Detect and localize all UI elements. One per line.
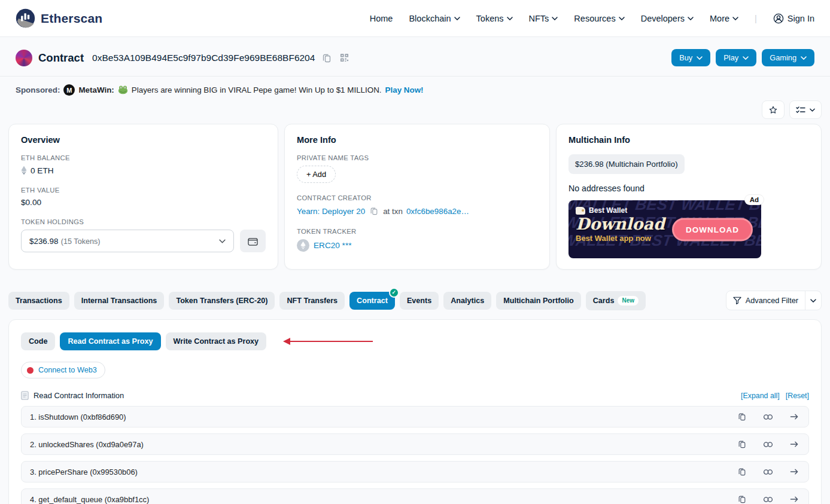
nav-item-home[interactable]: Home: [370, 14, 393, 23]
open-method-button[interactable]: [789, 494, 800, 504]
tab-internal-transactions[interactable]: Internal Transactions: [74, 292, 165, 310]
read-contract-section-header: Read Contract Information [Expand all] […: [21, 391, 809, 400]
watchlist-menu-button[interactable]: [789, 100, 822, 119]
nav-item-nfts[interactable]: NFTs: [529, 14, 558, 23]
qr-code-button[interactable]: [339, 52, 350, 63]
copy-icon: [322, 53, 332, 63]
header-actions: Buy Play Gaming: [671, 49, 814, 66]
new-badge: New: [618, 296, 639, 306]
tab-token-transfers[interactable]: Token Transfers (ERC-20): [169, 292, 275, 310]
nav-item-developers[interactable]: Developers: [641, 14, 694, 23]
connect-to-web3-button[interactable]: Connect to Web3: [21, 362, 105, 378]
permalink-button[interactable]: [762, 413, 774, 421]
creator-link[interactable]: Yearn: Deployer 20: [297, 207, 365, 216]
method-label: 3. pricePerShare (0x99530b06): [30, 468, 138, 476]
token-holdings-dropdown[interactable]: $236.98 (15 Tokens): [21, 230, 234, 252]
arrow-right-icon: [790, 441, 799, 448]
tab-multichain-portfolio[interactable]: Multichain Portfolio: [496, 292, 581, 310]
copy-method-button[interactable]: [737, 439, 747, 450]
verified-check-icon: ✓: [389, 288, 399, 298]
token-holdings-count: (15 Tokens): [61, 237, 101, 246]
method-row[interactable]: 2. unlockedShares (0xd9a0e97a): [21, 433, 809, 455]
advanced-filter-button[interactable]: Advanced Filter: [726, 291, 805, 310]
copy-method-button[interactable]: [737, 411, 747, 422]
brand-name: Etherscan: [41, 11, 102, 26]
permalink-button[interactable]: [762, 440, 774, 449]
frog-emoji-icon: [118, 85, 128, 94]
copy-icon: [370, 207, 378, 215]
chevron-down-icon: [810, 299, 816, 303]
creation-txn-link[interactable]: 0xfc6be986a2e…: [406, 207, 469, 216]
subtab-write-contract-as-proxy[interactable]: Write Contract as Proxy: [166, 332, 267, 350]
multichain-info-card: Multichain Info $236.98 (Multichain Port…: [556, 124, 822, 270]
gaming-button[interactable]: Gaming: [762, 49, 814, 66]
copy-creator-button[interactable]: [369, 206, 379, 216]
token-tracker-link[interactable]: ERC20 ***: [314, 241, 351, 250]
play-now-link[interactable]: Play Now!: [385, 85, 424, 94]
contract-creator-label: CONTRACT CREATOR: [297, 194, 537, 201]
copy-method-button[interactable]: [737, 466, 747, 477]
link-icon: [763, 469, 773, 475]
tab-events[interactable]: Events: [400, 292, 439, 310]
permalink-button[interactable]: [762, 468, 774, 476]
nav-item-blockchain[interactable]: Blockchain: [409, 14, 460, 23]
copy-method-button[interactable]: [737, 494, 747, 504]
ad-badge: Ad: [745, 195, 764, 204]
wallet-button[interactable]: [240, 230, 266, 252]
open-method-button[interactable]: [789, 412, 800, 421]
etherscan-logo[interactable]: Etherscan: [16, 8, 102, 28]
page-title: Contract: [38, 51, 84, 65]
open-method-button[interactable]: [789, 439, 800, 449]
private-name-tags-label: PRIVATE NAME TAGS: [297, 154, 537, 161]
more-info-card: More Info PRIVATE NAME TAGS + Add CONTRA…: [284, 124, 550, 270]
ad-download-button[interactable]: DOWNLOAD: [672, 218, 753, 241]
tab-contract[interactable]: Contract ✓: [349, 292, 395, 310]
etherscan-logo-icon: [16, 8, 35, 28]
subtab-read-contract-as-proxy[interactable]: Read Contract as Proxy: [60, 332, 160, 350]
play-button[interactable]: Play: [716, 49, 756, 66]
star-icon: [768, 105, 778, 115]
reset-link[interactable]: [Reset]: [786, 392, 809, 400]
best-wallet-ad[interactable]: WALLET BEST WALLET BEST WALLET BEST WALL…: [568, 200, 761, 258]
chevron-down-icon: [454, 17, 460, 20]
filter-dropdown-button[interactable]: [805, 291, 821, 310]
more-info-title: More Info: [297, 135, 537, 145]
connection-status-dot: [27, 367, 34, 374]
favorite-button[interactable]: [762, 100, 785, 119]
tab-transactions[interactable]: Transactions: [8, 292, 69, 310]
method-row[interactable]: 3. pricePerShare (0x99530b06): [21, 461, 809, 482]
chevron-down-icon: [219, 239, 226, 243]
tab-cards[interactable]: Cards New: [586, 291, 646, 310]
add-name-tag-button[interactable]: + Add: [297, 166, 336, 183]
open-method-button[interactable]: [789, 467, 800, 476]
nav-item-resources[interactable]: Resources: [574, 14, 624, 23]
nav-item-more[interactable]: More: [710, 14, 738, 23]
subtab-code[interactable]: Code: [21, 332, 55, 350]
expand-all-link[interactable]: [Expand all]: [741, 392, 780, 400]
buy-button[interactable]: Buy: [671, 49, 710, 66]
best-wallet-logo-icon: [576, 207, 585, 215]
ad-brand-name: Best Wallet: [589, 206, 627, 215]
metawin-logo-icon: M: [63, 84, 75, 96]
chevron-down-icon: [810, 108, 815, 112]
token-tracker-label: TOKEN TRACKER: [297, 228, 537, 235]
qr-code-icon: [340, 53, 349, 62]
method-row[interactable]: 4. get_default_queue (0xa9bbf1cc): [21, 488, 809, 504]
eth-diamond-icon: [21, 166, 27, 175]
chevron-down-icon: [507, 17, 513, 20]
tab-analytics[interactable]: Analytics: [443, 292, 491, 310]
sign-in-button[interactable]: Sign In: [773, 13, 814, 24]
wallet-icon: [248, 237, 258, 246]
nav-divider: |: [755, 14, 757, 23]
chevron-down-icon: [743, 56, 749, 60]
tab-nft-transfers[interactable]: NFT Transfers: [279, 292, 345, 310]
nav-item-tokens[interactable]: Tokens: [476, 14, 513, 23]
method-row[interactable]: 1. isShutdown (0xbf86d690): [21, 406, 809, 427]
permalink-button[interactable]: [762, 495, 774, 504]
multichain-portfolio-badge[interactable]: $236.98 (Multichain Portfolio): [568, 154, 685, 174]
eth-value-label: ETH VALUE: [21, 187, 266, 194]
document-icon: [21, 391, 29, 400]
advanced-filter-group: Advanced Filter: [726, 291, 822, 310]
chevron-down-icon: [732, 17, 738, 20]
copy-address-button[interactable]: [321, 52, 333, 64]
